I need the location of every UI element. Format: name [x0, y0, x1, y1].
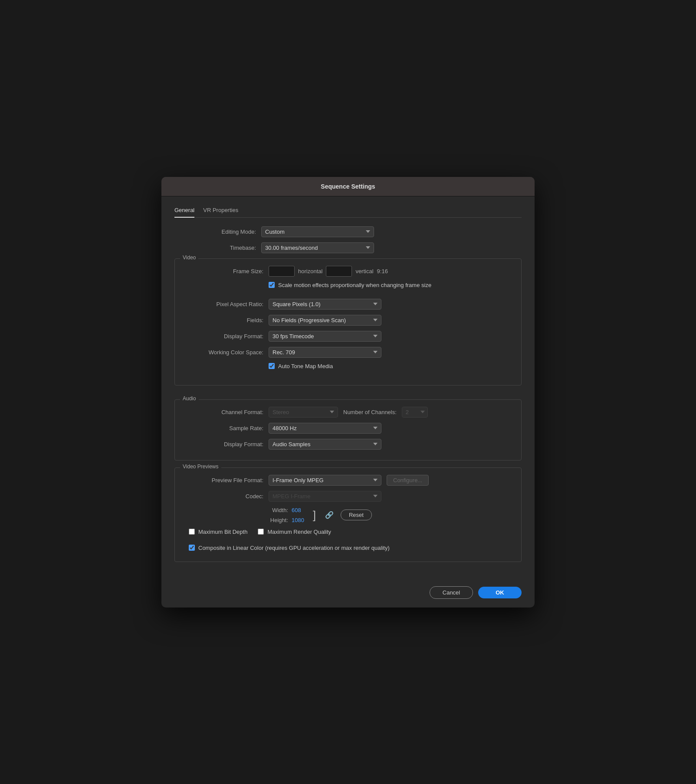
- sequence-settings-dialog: Sequence Settings General VR Properties …: [161, 177, 535, 608]
- num-channels-select[interactable]: 2: [402, 407, 428, 418]
- scale-motion-checkbox-row: Scale motion effects proportionally when…: [269, 282, 431, 288]
- vertical-label: vertical: [355, 268, 373, 274]
- max-bit-depth-checkbox[interactable]: [189, 529, 195, 535]
- auto-tone-map-checkbox[interactable]: [269, 363, 275, 369]
- tab-bar: General VR Properties: [174, 205, 522, 218]
- composite-linear-checkbox[interactable]: [189, 545, 195, 551]
- composite-linear-label[interactable]: Composite in Linear Color (requires GPU …: [198, 545, 390, 551]
- frame-size-label: Frame Size:: [182, 268, 269, 274]
- codec-select[interactable]: MPEG I-Frame: [269, 491, 381, 502]
- codec-label: Codec:: [182, 493, 269, 500]
- width-row: Width: 608: [269, 507, 304, 513]
- configure-button[interactable]: Configure...: [387, 475, 429, 486]
- height-row: Height: 1080: [269, 517, 304, 523]
- aspect-ratio: 9:16: [377, 268, 388, 274]
- editing-mode-label: Editing Mode:: [174, 229, 261, 235]
- pixel-aspect-ratio-row: Pixel Aspect Ratio: Square Pixels (1.0): [182, 299, 514, 310]
- working-color-space-row: Working Color Space: Rec. 709: [182, 347, 514, 358]
- horizontal-label: horizontal: [298, 268, 322, 274]
- fields-label: Fields:: [182, 317, 269, 323]
- dialog-content: General VR Properties Editing Mode: Cust…: [161, 196, 535, 579]
- link-icon: 🔗: [325, 511, 334, 519]
- max-render-quality-label[interactable]: Maximum Render Quality: [267, 529, 331, 535]
- preview-file-format-row: Preview File Format: I-Frame Only MPEG C…: [182, 475, 514, 486]
- preview-file-format-select[interactable]: I-Frame Only MPEG: [269, 475, 381, 486]
- codec-row: Codec: MPEG I-Frame: [182, 491, 514, 502]
- audio-display-format-select[interactable]: Audio Samples: [269, 439, 381, 450]
- editing-mode-row: Editing Mode: Custom: [174, 226, 522, 237]
- max-bit-depth-row: Maximum Bit Depth: [189, 529, 247, 535]
- video-display-format-label: Display Format:: [182, 333, 269, 340]
- video-section-label: Video: [180, 255, 198, 261]
- frame-width-input[interactable]: 1080: [269, 266, 295, 277]
- channel-format-row: Channel Format: Stereo Number of Channel…: [182, 407, 514, 418]
- working-color-space-label: Working Color Space:: [182, 349, 269, 356]
- wh-rows: Width: 608 Height: 1080: [269, 507, 304, 523]
- pixel-aspect-ratio-label: Pixel Aspect Ratio:: [182, 301, 269, 307]
- sample-rate-select[interactable]: 48000 Hz: [269, 423, 381, 434]
- auto-tone-map-row: Auto Tone Map Media: [269, 363, 514, 375]
- height-label: Height:: [269, 517, 288, 523]
- dialog-footer: Cancel OK: [161, 579, 535, 608]
- max-render-quality-checkbox[interactable]: [258, 529, 264, 535]
- fields-select[interactable]: No Fields (Progressive Scan): [269, 315, 381, 326]
- composite-linear-row: Composite in Linear Color (requires GPU …: [189, 545, 514, 551]
- fields-row: Fields: No Fields (Progressive Scan): [182, 315, 514, 326]
- scale-motion-label[interactable]: Scale motion effects proportionally when…: [278, 282, 431, 288]
- video-previews-section: Video Previews Preview File Format: I-Fr…: [174, 467, 522, 562]
- auto-tone-map-label[interactable]: Auto Tone Map Media: [278, 363, 333, 369]
- frame-height-input[interactable]: 1920: [326, 266, 352, 277]
- audio-section-label: Audio: [180, 395, 199, 402]
- video-section: Video Frame Size: 1080 horizontal 1920 v…: [174, 258, 522, 385]
- link-bracket-group: ］ 🔗: [311, 509, 334, 521]
- max-bit-depth-label[interactable]: Maximum Bit Depth: [198, 529, 247, 535]
- audio-section: Audio Channel Format: Stereo Number of C…: [174, 399, 522, 461]
- working-color-space-select[interactable]: Rec. 709: [269, 347, 381, 358]
- bracket-icon: ］: [311, 509, 323, 521]
- cancel-button[interactable]: Cancel: [430, 586, 473, 599]
- timebase-row: Timebase: 30.00 frames/second: [174, 242, 522, 253]
- reset-button[interactable]: Reset: [341, 510, 372, 520]
- preview-file-format-label: Preview File Format:: [182, 477, 269, 483]
- width-value: 608: [292, 507, 301, 513]
- video-display-format-row: Display Format: 30 fps Timecode: [182, 331, 514, 342]
- dialog-title-bar: Sequence Settings: [161, 177, 535, 196]
- auto-tone-map-checkbox-row: Auto Tone Map Media: [269, 363, 333, 369]
- scale-motion-row: Scale motion effects proportionally when…: [269, 282, 514, 294]
- preview-format-controls: I-Frame Only MPEG Configure...: [269, 475, 429, 486]
- timebase-select[interactable]: 30.00 frames/second: [261, 242, 374, 253]
- bottom-checkboxes: Maximum Bit Depth Maximum Render Quality…: [189, 529, 514, 551]
- width-label: Width:: [269, 507, 288, 513]
- audio-display-format-label: Display Format:: [182, 441, 269, 448]
- pixel-aspect-ratio-select[interactable]: Square Pixels (1.0): [269, 299, 381, 310]
- audio-display-format-row: Display Format: Audio Samples: [182, 439, 514, 450]
- tab-general[interactable]: General: [174, 205, 194, 218]
- timebase-label: Timebase:: [174, 245, 261, 251]
- editing-mode-select[interactable]: Custom: [261, 226, 374, 237]
- height-value: 1080: [292, 517, 304, 523]
- frame-size-row: Frame Size: 1080 horizontal 1920 vertica…: [182, 266, 514, 277]
- frame-size-inputs: 1080 horizontal 1920 vertical 9:16: [269, 266, 388, 277]
- channel-format-controls: Stereo Number of Channels: 2: [269, 407, 428, 418]
- width-height-row: Width: 608 Height: 1080 ］ 🔗 Reset: [182, 507, 514, 523]
- sample-rate-label: Sample Rate:: [182, 425, 269, 431]
- tab-vr-properties[interactable]: VR Properties: [203, 205, 238, 218]
- scale-motion-checkbox[interactable]: [269, 282, 275, 288]
- sample-rate-row: Sample Rate: 48000 Hz: [182, 423, 514, 434]
- channel-format-label: Channel Format:: [182, 409, 269, 415]
- video-previews-label: Video Previews: [180, 464, 221, 470]
- channel-format-select[interactable]: Stereo: [269, 407, 338, 418]
- video-display-format-select[interactable]: 30 fps Timecode: [269, 331, 381, 342]
- ok-button[interactable]: OK: [478, 587, 522, 598]
- max-render-quality-row: Maximum Render Quality: [258, 529, 331, 535]
- dialog-title: Sequence Settings: [321, 183, 375, 190]
- num-channels-label: Number of Channels:: [343, 409, 397, 415]
